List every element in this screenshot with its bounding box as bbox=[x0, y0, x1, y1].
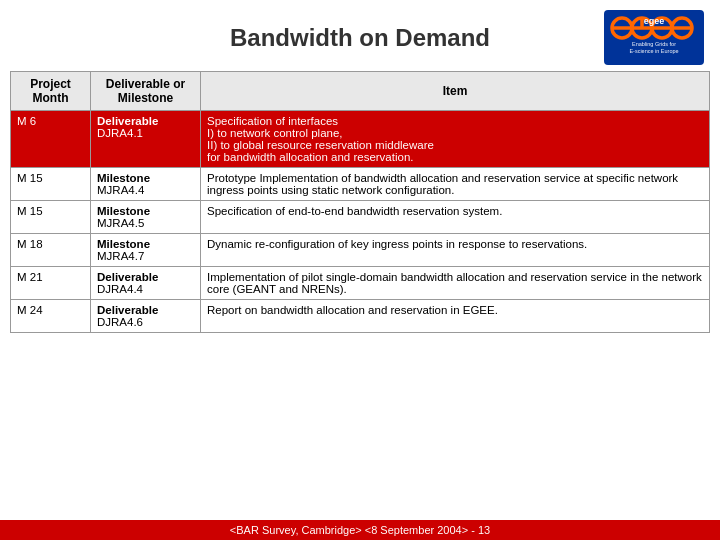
cell-deliverable: DeliverableDJRA4.6 bbox=[91, 300, 201, 333]
cell-deliverable: MilestoneMJRA4.4 bbox=[91, 168, 201, 201]
cell-deliverable: MilestoneMJRA4.5 bbox=[91, 201, 201, 234]
cell-month: M 6 bbox=[11, 111, 91, 168]
col-header-item: Item bbox=[201, 72, 710, 111]
svg-text:E-science in Europe: E-science in Europe bbox=[629, 48, 678, 54]
table-row: M 18MilestoneMJRA4.7Dynamic re-configura… bbox=[11, 234, 710, 267]
footer-text: <BAR Survey, Cambridge> <8 September 200… bbox=[230, 524, 490, 536]
cell-deliverable: DeliverableDJRA4.4 bbox=[91, 267, 201, 300]
cell-item: Report on bandwidth allocation and reser… bbox=[201, 300, 710, 333]
cell-month: M 24 bbox=[11, 300, 91, 333]
cell-item: Dynamic re-configuration of key ingress … bbox=[201, 234, 710, 267]
table-row: M 15MilestoneMJRA4.4Prototype Implementa… bbox=[11, 168, 710, 201]
header: Bandwidth on Demand egee Enabling Grids … bbox=[0, 0, 720, 71]
table-row: M 6DeliverableDJRA4.1Specification of in… bbox=[11, 111, 710, 168]
col-header-month: ProjectMonth bbox=[11, 72, 91, 111]
cell-deliverable: MilestoneMJRA4.7 bbox=[91, 234, 201, 267]
main-table: ProjectMonth Deliverable orMilestone Ite… bbox=[10, 71, 710, 333]
cell-item: Specification of interfacesI) to network… bbox=[201, 111, 710, 168]
col-header-deliverable: Deliverable orMilestone bbox=[91, 72, 201, 111]
cell-month: M 18 bbox=[11, 234, 91, 267]
main-table-wrap: ProjectMonth Deliverable orMilestone Ite… bbox=[0, 71, 720, 520]
table-row: M 15MilestoneMJRA4.5Specification of end… bbox=[11, 201, 710, 234]
cell-deliverable: DeliverableDJRA4.1 bbox=[91, 111, 201, 168]
cell-month: M 15 bbox=[11, 168, 91, 201]
svg-text:Enabling Grids for: Enabling Grids for bbox=[632, 41, 676, 47]
footer: <BAR Survey, Cambridge> <8 September 200… bbox=[0, 520, 720, 540]
page-title: Bandwidth on Demand bbox=[116, 24, 604, 52]
table-row: M 24DeliverableDJRA4.6Report on bandwidt… bbox=[11, 300, 710, 333]
egee-logo: egee Enabling Grids for E-science in Eur… bbox=[604, 10, 704, 65]
cell-month: M 15 bbox=[11, 201, 91, 234]
cell-item: Implementation of pilot single-domain ba… bbox=[201, 267, 710, 300]
page: Bandwidth on Demand egee Enabling Grids … bbox=[0, 0, 720, 540]
cell-month: M 21 bbox=[11, 267, 91, 300]
table-row: M 21DeliverableDJRA4.4Implementation of … bbox=[11, 267, 710, 300]
cell-item: Specification of end-to-end bandwidth re… bbox=[201, 201, 710, 234]
cell-item: Prototype Implementation of bandwidth al… bbox=[201, 168, 710, 201]
svg-text:egee: egee bbox=[644, 16, 665, 26]
